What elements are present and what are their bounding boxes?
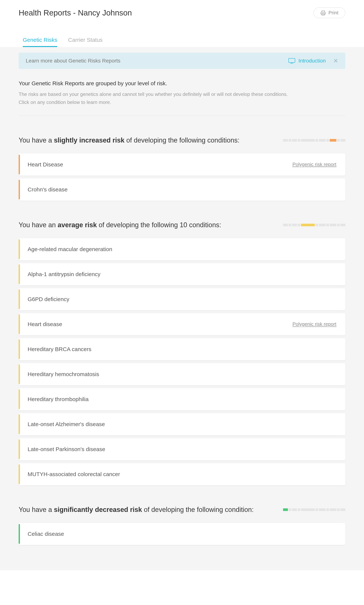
condition-name: Heart disease [28, 321, 62, 327]
condition-card[interactable]: Heart diseasePolygenic risk report [19, 313, 345, 335]
risk-scale-segment [330, 139, 336, 142]
risk-scale-segment [298, 139, 300, 142]
print-label: Print [328, 10, 338, 16]
risk-scale-segment [337, 139, 340, 142]
risk-scale-segment [298, 508, 300, 511]
intro-title: Your Genetic Risk Reports are grouped by… [19, 80, 345, 87]
risk-scale-segment [298, 224, 300, 226]
condition-card[interactable]: Late-onset Alzheimer's disease [19, 413, 345, 435]
condition-card[interactable]: Heart DiseasePolygenic risk report [19, 154, 345, 176]
tab-carrier-status[interactable]: Carrier Status [68, 37, 103, 47]
section-title-average: You have an average risk of developing t… [19, 221, 221, 229]
risk-scale-segment [283, 224, 288, 226]
risk-scale-segment [289, 224, 291, 226]
condition-name: Celiac disease [28, 531, 64, 537]
risk-scale-segment [330, 508, 336, 511]
info-banner-text: Learn more about Genetic Risks Reports [26, 58, 120, 64]
risk-scale-segment [292, 224, 297, 226]
risk-scale-segment [283, 139, 288, 142]
info-banner: Learn more about Genetic Risks Reports I… [19, 53, 345, 69]
risk-scale-segment [301, 508, 315, 511]
risk-scale-indicator [283, 508, 345, 511]
risk-scale-segment [315, 508, 318, 511]
polygenic-risk-report-link[interactable]: Polygenic risk report [292, 321, 336, 327]
risk-scale-segment [289, 508, 291, 511]
risk-scale-segment [319, 508, 325, 511]
risk-scale-segment [315, 224, 318, 226]
condition-card[interactable]: Celiac disease [19, 523, 345, 545]
condition-name: Hereditary thrombophilia [28, 396, 89, 402]
polygenic-risk-report-link[interactable]: Polygenic risk report [292, 162, 336, 167]
tabs: Genetic Risks Carrier Status [19, 37, 345, 47]
condition-card[interactable]: MUTYH-associated colorectal cancer [19, 463, 345, 485]
section-title-decreased: You have a significantly decreased risk … [19, 506, 254, 514]
risk-scale-segment [315, 139, 318, 142]
condition-card[interactable]: Hereditary hemochromatosis [19, 363, 345, 385]
risk-scale-segment [301, 139, 315, 142]
condition-card[interactable]: Alpha-1 antitrypsin deficiency [19, 263, 345, 285]
introduction-label: Introduction [299, 58, 326, 64]
risk-scale-segment [337, 224, 340, 226]
condition-card[interactable]: Hereditary BRCA cancers [19, 338, 345, 360]
print-button[interactable]: Print [313, 7, 345, 18]
risk-scale-segment [319, 139, 325, 142]
introduction-link[interactable]: Introduction [288, 58, 326, 64]
risk-scale-segment [292, 139, 297, 142]
risk-scale-segment [330, 224, 336, 226]
close-icon[interactable]: ✕ [333, 58, 338, 64]
section-significantly-decreased: You have a significantly decreased risk … [19, 506, 345, 545]
svg-rect-0 [289, 58, 295, 63]
risk-scale-segment [289, 139, 291, 142]
risk-scale-segment [326, 508, 329, 511]
condition-name: Late-onset Alzheimer's disease [28, 421, 105, 427]
presentation-icon [288, 58, 295, 64]
condition-name: Heart Disease [28, 161, 63, 168]
condition-name: G6PD deficiency [28, 296, 69, 302]
section-average: You have an average risk of developing t… [19, 221, 345, 485]
risk-scale-segment [283, 508, 288, 511]
tab-genetic-risks[interactable]: Genetic Risks [23, 37, 57, 47]
condition-name: MUTYH-associated colorectal cancer [28, 471, 120, 477]
intro-line-2: Click on any condition below to learn mo… [19, 99, 345, 105]
risk-scale-segment [340, 224, 345, 226]
risk-scale-segment [326, 224, 329, 226]
print-icon [320, 10, 326, 16]
condition-card[interactable]: G6PD deficiency [19, 288, 345, 310]
condition-card[interactable]: Crohn's disease [19, 179, 345, 201]
section-slightly-increased: You have a slightly increased risk of de… [19, 136, 345, 201]
risk-scale-segment [301, 224, 315, 226]
risk-scale-segment [326, 139, 329, 142]
condition-name: Alpha-1 antitrypsin deficiency [28, 271, 100, 277]
condition-name: Crohn's disease [28, 186, 67, 193]
condition-name: Hereditary hemochromatosis [28, 371, 99, 377]
intro-line-1: The risks are based on your genetics alo… [19, 91, 345, 97]
risk-scale-segment [292, 508, 297, 511]
risk-scale-segment [337, 508, 340, 511]
risk-scale-indicator [283, 139, 345, 142]
section-title-slightly-increased: You have a slightly increased risk of de… [19, 136, 239, 144]
risk-scale-segment [340, 508, 345, 511]
condition-name: Age-related macular degeneration [28, 246, 112, 252]
risk-scale-segment [319, 224, 325, 226]
page-title: Health Reports - Nancy Johnson [19, 8, 132, 17]
risk-scale-segment [340, 139, 345, 142]
risk-scale-indicator [283, 224, 345, 226]
condition-card[interactable]: Late-onset Parkinson's disease [19, 438, 345, 460]
condition-name: Late-onset Parkinson's disease [28, 446, 105, 452]
condition-name: Hereditary BRCA cancers [28, 346, 91, 352]
condition-card[interactable]: Hereditary thrombophilia [19, 388, 345, 410]
condition-card[interactable]: Age-related macular degeneration [19, 238, 345, 260]
